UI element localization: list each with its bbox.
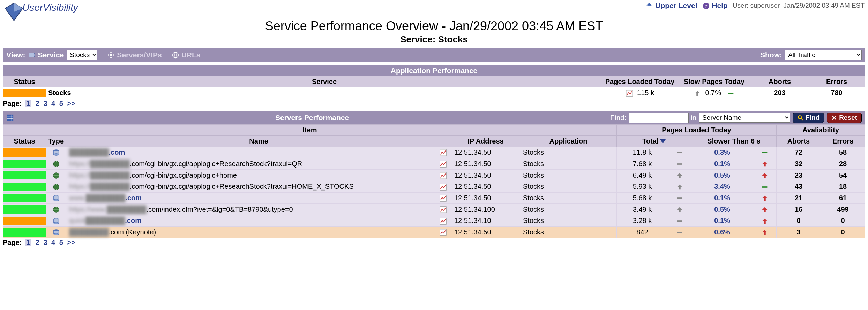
- trend-up-red-icon: [761, 217, 769, 225]
- errors-cell: 0: [821, 215, 865, 227]
- page-link[interactable]: 5: [59, 239, 63, 246]
- ip-cell: 12.51.34.50: [451, 226, 520, 238]
- server-link[interactable]: .com: [125, 217, 141, 224]
- urls-tab[interactable]: URLs: [172, 51, 201, 59]
- page-link[interactable]: 2: [36, 239, 39, 246]
- chart-icon[interactable]: [439, 183, 447, 191]
- servers-perf-title: Servers Performance: [14, 114, 610, 122]
- ip-cell: 12.51.34.50: [451, 181, 520, 192]
- ip-cell: 12.51.34.100: [451, 204, 520, 215]
- col-service[interactable]: Service: [46, 76, 603, 87]
- slow-cell[interactable]: 0.5%: [691, 170, 753, 181]
- col-app[interactable]: Application: [520, 135, 617, 147]
- page-link[interactable]: 4: [51, 100, 55, 107]
- slow-cell[interactable]: 3.4%: [691, 181, 753, 192]
- page-link[interactable]: 5: [59, 100, 63, 107]
- table-row: ████████.com12.51.34.50Stocks11.8 k0.3%7…: [3, 147, 865, 158]
- trend2-cell: [753, 170, 777, 181]
- chart-cell[interactable]: [435, 158, 451, 170]
- show-select[interactable]: All Traffic: [785, 50, 862, 60]
- trend-flat-icon: [676, 217, 683, 225]
- chart-icon[interactable]: [439, 206, 447, 214]
- page-subtitle: Service: Stocks: [0, 34, 868, 45]
- service-cell[interactable]: Stocks: [46, 87, 603, 99]
- servers-vips-tab[interactable]: Servers/VIPs: [107, 51, 162, 59]
- page-link[interactable]: 2: [36, 100, 39, 107]
- total-cell: 842: [617, 226, 668, 238]
- col-aborts2[interactable]: Aborts: [777, 135, 821, 147]
- find-input[interactable]: [629, 113, 689, 123]
- svg-marker-48: [762, 196, 768, 201]
- grid-icon[interactable]: [6, 114, 14, 122]
- svg-marker-38: [762, 173, 768, 178]
- chart-icon[interactable]: [439, 228, 447, 236]
- name-cell[interactable]: www.████████.com: [66, 192, 435, 204]
- upper-level-link[interactable]: Upper Level: [645, 1, 697, 10]
- col-slower[interactable]: Slower Than 6 s: [691, 135, 777, 147]
- chart-cell[interactable]: [435, 215, 451, 227]
- slow-cell[interactable]: 0.1%: [691, 215, 753, 227]
- page-title: Service Performance Overview - Jan/29/20…: [0, 19, 868, 33]
- chart-icon[interactable]: [439, 194, 447, 202]
- name-cell[interactable]: ████████.com (Keynote): [66, 226, 435, 238]
- chart-icon[interactable]: [439, 149, 447, 156]
- page-link[interactable]: 3: [43, 100, 47, 107]
- chart-cell[interactable]: [435, 226, 451, 238]
- app-cell: Stocks: [520, 158, 617, 170]
- chart-icon[interactable]: [439, 172, 447, 179]
- chart-icon[interactable]: [439, 160, 447, 168]
- chart-icon[interactable]: [626, 90, 633, 97]
- slow-cell[interactable]: 0.1%: [691, 158, 753, 170]
- trend-flat-icon: [676, 228, 683, 236]
- slow-cell[interactable]: 0.1%: [691, 192, 753, 204]
- trend-up-icon: [694, 90, 701, 97]
- col-status[interactable]: Status: [3, 76, 46, 87]
- chart-cell[interactable]: [435, 170, 451, 181]
- service-select[interactable]: Stocks: [67, 50, 97, 60]
- col-ip[interactable]: IP Address: [451, 135, 520, 147]
- chart-icon[interactable]: [439, 217, 447, 225]
- chart-cell[interactable]: [435, 204, 451, 215]
- find-in-select[interactable]: Server Name: [699, 113, 790, 123]
- app-perf-row: Stocks 115 k 0.7% 203 780: [3, 87, 865, 99]
- errors-cell: 18: [821, 181, 865, 192]
- name-cell[interactable]: https://████████.com/cgi-bin/gx.cgi/appl…: [66, 170, 435, 181]
- name-cell[interactable]: https://████████.com/cgi-bin/gx.cgi/appl…: [66, 181, 435, 192]
- status-swatch: [3, 228, 46, 237]
- find-button[interactable]: Find: [793, 113, 824, 123]
- chart-cell[interactable]: [435, 147, 451, 158]
- help-link[interactable]: ? Help: [702, 1, 728, 10]
- col-slow[interactable]: Slow Pages Today: [677, 76, 751, 87]
- slow-cell[interactable]: 0.3%: [691, 147, 753, 158]
- trend2-cell: [753, 215, 777, 227]
- show-label: Show:: [760, 51, 782, 59]
- page-link[interactable]: 4: [51, 239, 55, 246]
- slow-cell[interactable]: 0.5%: [691, 204, 753, 215]
- col-name[interactable]: Name: [66, 135, 451, 147]
- name-cell[interactable]: https://████████.com/cgi-bin/gx.cgi/appl…: [66, 158, 435, 170]
- col-aborts[interactable]: Aborts: [751, 76, 808, 87]
- trend-flat-icon: [676, 149, 683, 156]
- server-link[interactable]: .com: [109, 148, 125, 156]
- page-link[interactable]: 3: [43, 239, 47, 246]
- server-link[interactable]: .com: [125, 194, 142, 202]
- page-next[interactable]: >>: [67, 239, 75, 246]
- pagination-top: Page: 1 2 3 4 5 >>: [3, 100, 865, 108]
- name-cell[interactable]: https://www.████████.com/index.cfm?ivet=…: [66, 204, 435, 215]
- name-cell[interactable]: ████████.com: [66, 147, 435, 158]
- col-type[interactable]: Type: [46, 135, 66, 147]
- reset-button[interactable]: Reset: [827, 113, 862, 123]
- col-total[interactable]: Total: [617, 135, 691, 147]
- col-errors[interactable]: Errors: [808, 76, 865, 87]
- chart-cell[interactable]: [435, 181, 451, 192]
- col-errors2[interactable]: Errors: [821, 135, 865, 147]
- slow-cell[interactable]: 0.6%: [691, 226, 753, 238]
- page-next[interactable]: >>: [67, 100, 75, 107]
- find-label: Find:: [610, 114, 627, 122]
- chart-cell[interactable]: [435, 192, 451, 204]
- col-status[interactable]: Status: [3, 135, 46, 147]
- name-cell[interactable]: quick████████.com: [66, 215, 435, 227]
- col-pages[interactable]: Pages Loaded Today: [603, 76, 677, 87]
- svg-marker-51: [677, 207, 682, 212]
- trend-cell: [668, 170, 691, 181]
